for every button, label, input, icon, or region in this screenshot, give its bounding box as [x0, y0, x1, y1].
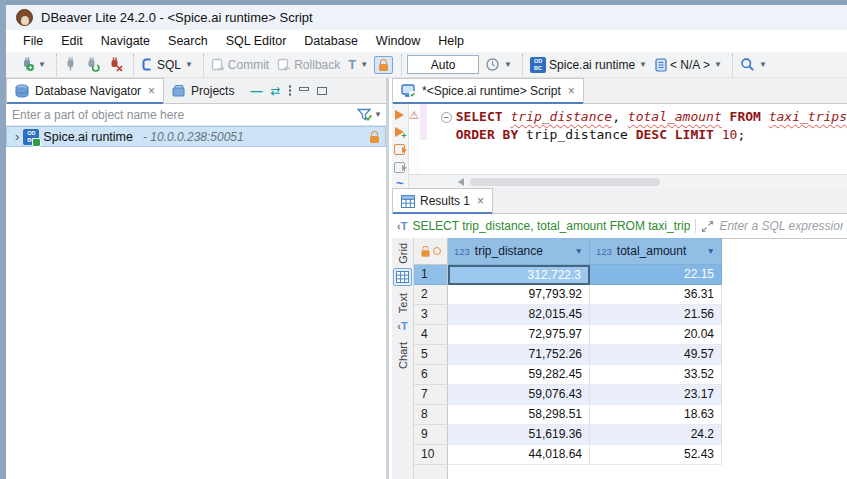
maximize-icon[interactable]: [317, 87, 327, 95]
cell-total-amount[interactable]: 20.04: [590, 325, 722, 345]
commit-button[interactable]: Commit: [209, 56, 271, 74]
menu-sql-editor[interactable]: SQL Editor: [217, 31, 296, 51]
execute-statement-icon[interactable]: [395, 110, 404, 120]
menu-help[interactable]: Help: [429, 31, 473, 51]
row-number-cell[interactable]: 4: [414, 325, 448, 345]
cell-trip-distance[interactable]: 72,975.97: [448, 325, 590, 345]
connection-tree-item[interactable]: › ODBC Spice.ai runtime - 10.0.0.238:500…: [6, 126, 386, 147]
filter-funnel-icon[interactable]: [357, 108, 373, 122]
script-icon[interactable]: [394, 162, 405, 173]
scrollbar-thumb[interactable]: [470, 178, 660, 186]
cell-total-amount[interactable]: 33.52: [590, 365, 722, 385]
view-menu-icon[interactable]: [289, 85, 292, 96]
cell-trip-distance[interactable]: 82,015.45: [448, 305, 590, 325]
row-number-cell[interactable]: 1: [414, 265, 448, 285]
connect-button[interactable]: [62, 55, 79, 74]
dropdown-arrow-icon[interactable]: ▼: [38, 60, 46, 69]
menu-window[interactable]: Window: [367, 31, 429, 51]
scrollbar-left-arrow-icon[interactable]: [458, 178, 464, 186]
code-area[interactable]: −SELECT trip_distance, total_amount FROM…: [427, 104, 847, 174]
results-filter-query[interactable]: SELECT trip_distance, total_amount FROM …: [412, 219, 690, 233]
filter-dropdown-icon[interactable]: ▼: [374, 110, 382, 119]
new-sql-editor-button[interactable]: SQL ▼: [139, 55, 195, 74]
cell-total-amount[interactable]: 22.15: [590, 265, 722, 285]
close-icon[interactable]: ×: [568, 84, 575, 98]
row-number-cell[interactable]: 8: [414, 405, 448, 425]
cell-total-amount[interactable]: 49.57: [590, 345, 722, 365]
cell-total-amount[interactable]: 21.56: [590, 305, 722, 325]
cell-trip-distance[interactable]: 59,076.43: [448, 385, 590, 405]
grid-tab-icon[interactable]: [393, 268, 412, 286]
rollback-button[interactable]: Rollback: [275, 56, 342, 74]
dropdown-arrow-icon[interactable]: ▼: [759, 60, 767, 69]
sort-arrow-icon[interactable]: ▼: [707, 246, 715, 256]
transaction-mode-button[interactable]: T ▼: [346, 55, 370, 74]
cell-total-amount[interactable]: 24.2: [590, 425, 722, 445]
cell-trip-distance[interactable]: 58,298.51: [448, 405, 590, 425]
execute-script-icon[interactable]: [394, 144, 405, 155]
explain-plan-icon[interactable]: ~: [396, 180, 404, 188]
active-database-selector[interactable]: < N/A > ▼: [653, 56, 724, 74]
tab-results-1[interactable]: Results 1 ×: [392, 188, 493, 213]
tab-database-navigator[interactable]: Database Navigator ×: [6, 78, 164, 103]
cell-total-amount[interactable]: 36.31: [590, 285, 722, 305]
editor-horizontal-scrollbar[interactable]: [392, 174, 847, 188]
fold-collapse-icon[interactable]: −: [441, 112, 452, 123]
cell-trip-distance[interactable]: 71,752.26: [448, 345, 590, 365]
collapse-all-icon[interactable]: —: [250, 84, 262, 98]
column-header-trip-distance[interactable]: 123 trip_distance ▼: [448, 238, 590, 265]
menu-search[interactable]: Search: [159, 31, 217, 51]
row-number-cell[interactable]: 5: [414, 345, 448, 365]
tab-projects[interactable]: Projects: [164, 78, 242, 103]
tab-grid-label[interactable]: Grid: [397, 243, 409, 264]
minimize-icon[interactable]: [299, 87, 309, 91]
row-number-cell[interactable]: 6: [414, 365, 448, 385]
menu-edit[interactable]: Edit: [52, 31, 92, 51]
new-connection-button[interactable]: ▼: [17, 55, 48, 74]
autocommit-lock-toggle[interactable]: [374, 56, 393, 74]
text-tab-icon[interactable]: ‹T: [395, 317, 409, 335]
dropdown-arrow-icon[interactable]: ▼: [504, 60, 512, 69]
execute-new-tab-icon[interactable]: [395, 127, 404, 137]
reconnect-button[interactable]: [83, 55, 102, 74]
column-header-total-amount[interactable]: 123 total_amount ▼: [590, 238, 722, 265]
dropdown-arrow-icon[interactable]: ▼: [360, 60, 368, 69]
link-with-editor-icon[interactable]: ⇄: [270, 84, 280, 98]
search-button[interactable]: ▼: [738, 55, 769, 74]
active-connection-selector[interactable]: ODBC Spice.ai runtime ▼: [528, 55, 649, 75]
row-number-cell[interactable]: 9: [414, 425, 448, 445]
cell-trip-distance[interactable]: 51,619.36: [448, 425, 590, 445]
dropdown-arrow-icon[interactable]: ▼: [714, 60, 722, 69]
dropdown-arrow-icon[interactable]: ▼: [185, 60, 193, 69]
menu-file[interactable]: File: [14, 31, 52, 51]
disconnect-button[interactable]: [106, 55, 125, 74]
tab-sql-script[interactable]: *<Spice.ai runtime> Script ×: [392, 78, 584, 103]
row-number-cell[interactable]: 10: [414, 445, 448, 465]
menu-navigate[interactable]: Navigate: [92, 31, 159, 51]
cell-trip-distance[interactable]: 44,018.64: [448, 445, 590, 465]
cell-total-amount[interactable]: 52.43: [590, 445, 722, 465]
sort-arrow-icon[interactable]: ▼: [575, 246, 583, 256]
cell-trip-distance[interactable]: 97,793.92: [448, 285, 590, 305]
transaction-log-button[interactable]: ▼: [483, 55, 514, 74]
sql-editor[interactable]: ~ ⚠ −SELECT trip_distance, total_amount …: [392, 104, 847, 174]
row-number-cell[interactable]: 3: [414, 305, 448, 325]
commit-mode-combo[interactable]: Auto: [407, 55, 479, 74]
cell-trip-distance[interactable]: 312,722.3: [448, 265, 590, 285]
filter-expression-placeholder[interactable]: Enter a SQL expression to: [719, 219, 843, 233]
expander-chevron-icon[interactable]: ›: [15, 129, 19, 144]
row-number-cell[interactable]: 2: [414, 285, 448, 305]
cell-trip-distance[interactable]: 59,282.45: [448, 365, 590, 385]
cell-total-amount[interactable]: 18.63: [590, 405, 722, 425]
dropdown-arrow-icon[interactable]: ▼: [639, 60, 647, 69]
close-icon[interactable]: ×: [148, 84, 155, 98]
close-icon[interactable]: ×: [477, 194, 484, 208]
expand-filter-icon[interactable]: [701, 220, 714, 233]
tab-chart-label[interactable]: Chart: [397, 342, 409, 369]
cell-total-amount[interactable]: 23.17: [590, 385, 722, 405]
grid-corner-cell[interactable]: [414, 238, 448, 265]
tab-text-label[interactable]: Text: [397, 293, 409, 313]
menu-database[interactable]: Database: [295, 31, 367, 51]
object-filter-input[interactable]: [12, 108, 357, 122]
chart-pie-icon[interactable]: [401, 373, 405, 377]
